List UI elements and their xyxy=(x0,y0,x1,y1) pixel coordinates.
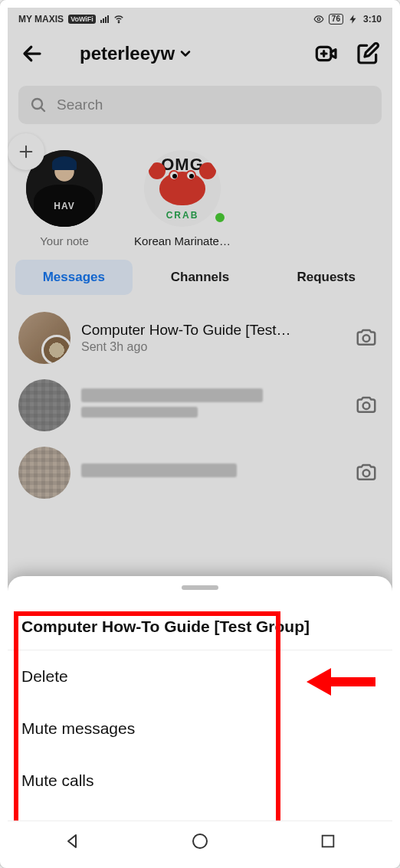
svg-point-6 xyxy=(363,470,370,477)
plus-icon xyxy=(18,143,34,160)
arrow-left-icon xyxy=(21,42,44,65)
account-switcher[interactable]: peterleeyw xyxy=(57,43,302,64)
wifi-icon xyxy=(113,14,124,25)
redacted-text xyxy=(81,388,263,402)
camera-button[interactable] xyxy=(351,326,382,349)
system-nav-bar xyxy=(8,821,392,860)
app-header: peterleeyw xyxy=(8,31,392,77)
chat-list: Computer How-To Guide [Test… Sent 3h ago xyxy=(8,300,392,503)
triangle-back-icon xyxy=(63,832,81,850)
sheet-mute-calls[interactable]: Mute calls xyxy=(8,755,392,807)
your-note[interactable]: HAV Your note xyxy=(18,150,110,247)
redacted-text xyxy=(81,463,237,477)
svg-point-5 xyxy=(363,402,370,409)
square-recents-icon xyxy=(320,833,336,850)
avatar xyxy=(18,379,70,431)
video-plus-icon xyxy=(314,41,339,66)
eye-icon xyxy=(313,14,324,25)
new-video-call-button[interactable] xyxy=(310,37,343,70)
redacted-text xyxy=(81,407,198,418)
avatar xyxy=(18,312,70,364)
camera-icon xyxy=(355,461,378,484)
circle-home-icon xyxy=(191,832,209,850)
sheet-mute-messages[interactable]: Mute messages xyxy=(8,703,392,755)
search-placeholder: Search xyxy=(57,97,103,113)
status-bar: MY MAXIS VoWiFi 76 3:10 xyxy=(8,8,392,31)
search-icon xyxy=(29,96,48,114)
add-note-button[interactable] xyxy=(8,133,44,170)
chat-row[interactable] xyxy=(8,439,392,499)
note-label: Korean Marinate… xyxy=(134,234,231,247)
bolt-icon xyxy=(348,14,359,25)
nav-back-button[interactable] xyxy=(61,830,83,852)
compose-button[interactable] xyxy=(351,37,385,70)
online-indicator xyxy=(213,211,227,224)
nav-home-button[interactable] xyxy=(189,830,211,852)
annotation-arrow xyxy=(307,665,375,699)
compose-icon xyxy=(356,41,380,66)
notes-row: HAV Your note OMG CRAB Korean Marinate… xyxy=(8,129,392,255)
back-button[interactable] xyxy=(15,37,49,70)
tab-channels[interactable]: Channels xyxy=(142,260,259,295)
sheet-handle[interactable] xyxy=(182,585,218,590)
signal-icon xyxy=(100,15,109,23)
sheet-title: Computer How-To Guide [Test Group] xyxy=(8,607,392,650)
avatar: OMG CRAB xyxy=(144,150,221,227)
svg-point-1 xyxy=(317,18,320,21)
camera-icon xyxy=(355,394,378,417)
tab-requests[interactable]: Requests xyxy=(267,260,385,295)
svg-point-7 xyxy=(193,834,207,848)
note-label: Your note xyxy=(40,234,89,247)
svg-point-0 xyxy=(118,21,119,22)
username-label: peterleeyw xyxy=(80,43,175,64)
tab-messages[interactable]: Messages xyxy=(15,260,133,295)
chat-row[interactable]: Computer How-To Guide [Test… Sent 3h ago xyxy=(8,304,392,372)
carrier-label: MY MAXIS xyxy=(18,14,64,25)
camera-button[interactable] xyxy=(351,394,382,417)
vowifi-badge: VoWiFi xyxy=(68,15,96,24)
camera-icon xyxy=(355,326,378,349)
svg-point-4 xyxy=(363,335,370,342)
clock-label: 3:10 xyxy=(363,14,382,25)
chat-subtitle: Sent 3h ago xyxy=(81,340,340,354)
chat-title: Computer How-To Guide [Test… xyxy=(81,322,340,339)
chevron-down-icon xyxy=(178,46,193,61)
battery-level: 76 xyxy=(329,14,343,25)
camera-button[interactable] xyxy=(351,461,382,484)
search-input[interactable]: Search xyxy=(18,86,382,124)
avatar xyxy=(18,447,70,499)
chat-row[interactable] xyxy=(8,372,392,439)
note-item[interactable]: OMG CRAB Korean Marinate… xyxy=(136,150,228,247)
svg-rect-8 xyxy=(323,835,334,847)
inbox-tabs: Messages Channels Requests xyxy=(8,255,392,300)
nav-recents-button[interactable] xyxy=(317,830,339,852)
